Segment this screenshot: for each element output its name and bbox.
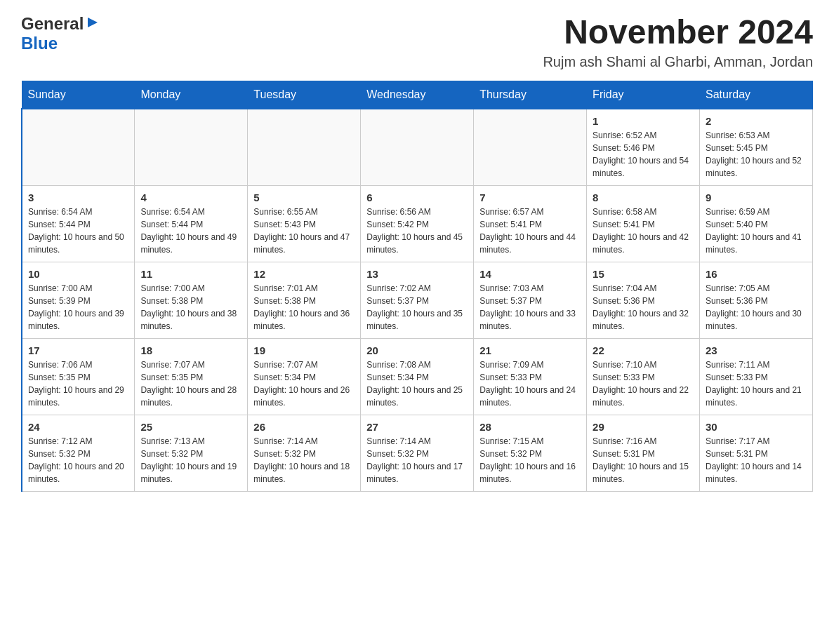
day-of-week-header: Wednesday — [361, 81, 474, 109]
calendar-title: November 2024 — [543, 14, 813, 51]
calendar-day-cell: 13Sunrise: 7:02 AMSunset: 5:37 PMDayligh… — [361, 262, 474, 338]
day-number: 29 — [593, 421, 694, 433]
calendar-day-cell: 20Sunrise: 7:08 AMSunset: 5:34 PMDayligh… — [361, 338, 474, 415]
day-number: 18 — [140, 344, 241, 356]
day-info: Sunrise: 7:08 AMSunset: 5:34 PMDaylight:… — [366, 358, 468, 409]
day-number: 4 — [140, 192, 241, 203]
day-info: Sunrise: 7:14 AMSunset: 5:32 PMDaylight:… — [366, 435, 468, 485]
day-info: Sunrise: 7:02 AMSunset: 5:37 PMDaylight:… — [366, 282, 468, 333]
day-number: 22 — [593, 344, 694, 356]
calendar-day-cell: 23Sunrise: 7:11 AMSunset: 5:33 PMDayligh… — [700, 338, 813, 415]
calendar-day-cell: 6Sunrise: 6:56 AMSunset: 5:42 PMDaylight… — [361, 185, 474, 262]
calendar-day-cell: 28Sunrise: 7:15 AMSunset: 5:32 PMDayligh… — [474, 415, 587, 491]
calendar-day-cell: 26Sunrise: 7:14 AMSunset: 5:32 PMDayligh… — [248, 415, 361, 491]
day-number: 19 — [253, 344, 355, 356]
day-info: Sunrise: 6:52 AMSunset: 5:46 PMDaylight:… — [593, 129, 694, 180]
calendar-subtitle: Rujm ash Shami al Gharbi, Amman, Jordan — [543, 54, 813, 70]
calendar-day-cell: 14Sunrise: 7:03 AMSunset: 5:37 PMDayligh… — [474, 262, 587, 338]
calendar-day-cell: 30Sunrise: 7:17 AMSunset: 5:31 PMDayligh… — [700, 415, 813, 491]
calendar-day-cell: 24Sunrise: 7:12 AMSunset: 5:32 PMDayligh… — [22, 415, 135, 491]
day-info: Sunrise: 7:17 AMSunset: 5:31 PMDaylight:… — [706, 435, 807, 485]
day-number: 20 — [366, 344, 468, 356]
day-info: Sunrise: 6:54 AMSunset: 5:44 PMDaylight:… — [140, 206, 241, 256]
calendar-day-cell: 25Sunrise: 7:13 AMSunset: 5:32 PMDayligh… — [135, 415, 248, 491]
calendar-day-cell: 1Sunrise: 6:52 AMSunset: 5:46 PMDaylight… — [587, 109, 700, 186]
day-number: 1 — [593, 115, 694, 127]
day-number: 7 — [479, 192, 581, 203]
day-info: Sunrise: 7:09 AMSunset: 5:33 PMDaylight:… — [479, 358, 581, 409]
day-number: 21 — [479, 344, 581, 356]
calendar-week-row: 10Sunrise: 7:00 AMSunset: 5:39 PMDayligh… — [22, 262, 813, 338]
calendar-day-cell: 3Sunrise: 6:54 AMSunset: 5:44 PMDaylight… — [22, 185, 135, 262]
day-of-week-header: Friday — [587, 81, 700, 109]
calendar-day-cell: 11Sunrise: 7:00 AMSunset: 5:38 PMDayligh… — [135, 262, 248, 338]
page-header: General Blue November 2024 Rujm ash Sham… — [21, 14, 813, 70]
day-info: Sunrise: 7:05 AMSunset: 5:36 PMDaylight:… — [706, 282, 807, 333]
calendar-day-cell: 29Sunrise: 7:16 AMSunset: 5:31 PMDayligh… — [587, 415, 700, 491]
day-info: Sunrise: 7:12 AMSunset: 5:32 PMDaylight:… — [28, 435, 128, 485]
calendar-day-cell: 7Sunrise: 6:57 AMSunset: 5:41 PMDaylight… — [474, 185, 587, 262]
day-number: 27 — [366, 421, 468, 433]
day-info: Sunrise: 7:06 AMSunset: 5:35 PMDaylight:… — [28, 358, 128, 409]
day-number: 14 — [479, 268, 581, 280]
day-of-week-header: Saturday — [700, 81, 813, 109]
calendar-day-cell: 15Sunrise: 7:04 AMSunset: 5:36 PMDayligh… — [587, 262, 700, 338]
day-of-week-header: Thursday — [474, 81, 587, 109]
day-number: 8 — [593, 192, 694, 203]
day-info: Sunrise: 7:01 AMSunset: 5:38 PMDaylight:… — [253, 282, 355, 333]
day-info: Sunrise: 7:10 AMSunset: 5:33 PMDaylight:… — [593, 358, 694, 409]
calendar-day-cell — [135, 109, 248, 186]
calendar-day-cell: 16Sunrise: 7:05 AMSunset: 5:36 PMDayligh… — [700, 262, 813, 338]
day-number: 11 — [140, 268, 241, 280]
calendar-day-cell: 12Sunrise: 7:01 AMSunset: 5:38 PMDayligh… — [248, 262, 361, 338]
calendar-day-cell — [361, 109, 474, 186]
calendar-day-cell: 2Sunrise: 6:53 AMSunset: 5:45 PMDaylight… — [700, 109, 813, 186]
calendar-day-cell — [474, 109, 587, 186]
day-info: Sunrise: 6:53 AMSunset: 5:45 PMDaylight:… — [706, 129, 807, 180]
calendar-day-cell: 22Sunrise: 7:10 AMSunset: 5:33 PMDayligh… — [587, 338, 700, 415]
day-number: 12 — [253, 268, 355, 280]
day-info: Sunrise: 7:00 AMSunset: 5:39 PMDaylight:… — [28, 282, 128, 333]
day-info: Sunrise: 6:56 AMSunset: 5:42 PMDaylight:… — [366, 206, 468, 256]
day-number: 25 — [140, 421, 241, 433]
day-number: 6 — [366, 192, 468, 203]
day-of-week-header: Sunday — [22, 81, 135, 109]
day-number: 28 — [479, 421, 581, 433]
calendar-week-row: 1Sunrise: 6:52 AMSunset: 5:46 PMDaylight… — [22, 109, 813, 186]
day-number: 23 — [706, 344, 807, 356]
day-number: 3 — [28, 192, 128, 203]
day-info: Sunrise: 6:54 AMSunset: 5:44 PMDaylight:… — [28, 206, 128, 256]
logo: General Blue — [21, 14, 100, 53]
day-number: 24 — [28, 421, 128, 433]
logo-arrow-icon — [85, 15, 100, 30]
day-number: 16 — [706, 268, 807, 280]
calendar-header: SundayMondayTuesdayWednesdayThursdayFrid… — [22, 81, 813, 109]
day-info: Sunrise: 6:58 AMSunset: 5:41 PMDaylight:… — [593, 206, 694, 256]
calendar-day-cell: 8Sunrise: 6:58 AMSunset: 5:41 PMDaylight… — [587, 185, 700, 262]
day-number: 26 — [253, 421, 355, 433]
day-info: Sunrise: 7:15 AMSunset: 5:32 PMDaylight:… — [479, 435, 581, 485]
calendar-day-cell: 18Sunrise: 7:07 AMSunset: 5:35 PMDayligh… — [135, 338, 248, 415]
calendar-table: SundayMondayTuesdayWednesdayThursdayFrid… — [21, 81, 813, 492]
calendar-day-cell — [248, 109, 361, 186]
day-number: 5 — [253, 192, 355, 203]
day-info: Sunrise: 6:57 AMSunset: 5:41 PMDaylight:… — [479, 206, 581, 256]
day-of-week-header: Monday — [135, 81, 248, 109]
day-of-week-header: Tuesday — [248, 81, 361, 109]
calendar-day-cell — [22, 109, 135, 186]
calendar-week-row: 17Sunrise: 7:06 AMSunset: 5:35 PMDayligh… — [22, 338, 813, 415]
day-number: 10 — [28, 268, 128, 280]
day-number: 13 — [366, 268, 468, 280]
day-number: 9 — [706, 192, 807, 203]
calendar-day-cell: 4Sunrise: 6:54 AMSunset: 5:44 PMDaylight… — [135, 185, 248, 262]
calendar-week-row: 24Sunrise: 7:12 AMSunset: 5:32 PMDayligh… — [22, 415, 813, 491]
calendar-day-cell: 10Sunrise: 7:00 AMSunset: 5:39 PMDayligh… — [22, 262, 135, 338]
day-info: Sunrise: 7:07 AMSunset: 5:35 PMDaylight:… — [140, 358, 241, 409]
title-block: November 2024 Rujm ash Shami al Gharbi, … — [543, 14, 813, 70]
day-info: Sunrise: 7:13 AMSunset: 5:32 PMDaylight:… — [140, 435, 241, 485]
day-info: Sunrise: 7:11 AMSunset: 5:33 PMDaylight:… — [706, 358, 807, 409]
day-number: 15 — [593, 268, 694, 280]
day-info: Sunrise: 7:03 AMSunset: 5:37 PMDaylight:… — [479, 282, 581, 333]
day-number: 17 — [28, 344, 128, 356]
day-info: Sunrise: 6:55 AMSunset: 5:43 PMDaylight:… — [253, 206, 355, 256]
